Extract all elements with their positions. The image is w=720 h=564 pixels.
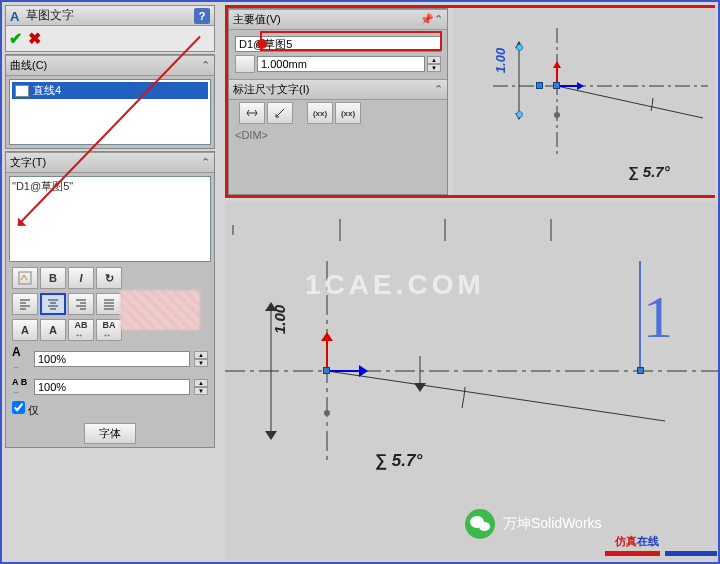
text-input[interactable]: "D1@草图5" [9,176,211,262]
bold-button[interactable]: B [40,267,66,289]
ok-button[interactable]: ✔ [9,29,22,48]
callout-dot [257,39,267,49]
highlight-d1-box [260,31,442,51]
panel-title: 草图文字 [26,7,194,24]
brand-bar [665,551,717,556]
align-left-button[interactable] [12,293,38,315]
brand-logo: 仿真在线 [615,531,659,549]
collapse-icon[interactable]: ⌃ [434,83,443,96]
svg-line-3 [557,86,703,118]
flip-h-button[interactable]: A [40,319,66,341]
origin-handle[interactable] [553,82,560,89]
dim-handle[interactable] [516,44,523,51]
checkbox-label: 仅 [28,404,39,416]
sketch-text-icon: A [10,9,26,23]
brand-bar [605,551,660,556]
dim-placeholder-text: <DIM> [235,129,441,141]
use-doc-font-checkbox[interactable] [12,401,25,414]
text-header: 文字(T) [10,155,201,170]
curve-item-label: 直线4 [33,83,61,98]
align-right-button[interactable] [68,293,94,315]
collapse-icon[interactable]: ⌃ [201,156,210,169]
main-value-header: 主要值(V) [233,12,420,27]
point [554,112,560,118]
spacing-percent-input[interactable] [34,379,190,395]
italic-button[interactable]: I [68,267,94,289]
paren2-button[interactable]: (xx) [335,102,361,124]
dimension-value-input[interactable] [257,56,425,72]
origin-handle[interactable] [323,367,330,374]
point [324,410,330,416]
spinner[interactable]: ▲▼ [427,56,441,72]
dim-text-header: 标注尺寸文字(I) [233,82,434,97]
style-button[interactable] [12,267,38,289]
spacing-ab-icon: A B↔ [12,377,30,397]
dim-style2-button[interactable] [267,102,293,124]
curves-listbox[interactable]: 直线4 [9,79,211,145]
width-ab-button[interactable]: AB↔ [68,319,94,341]
height-a-icon: A↔ [12,345,30,373]
dim-style1-button[interactable] [239,102,265,124]
rotate-button[interactable]: ↻ [96,267,122,289]
wechat-icon [465,509,495,539]
flip-v-button[interactable]: A [12,319,38,341]
dim-handle[interactable] [516,111,523,118]
collapse-icon[interactable]: ⌃ [201,59,210,72]
pin-icon[interactable]: 📌 [420,13,434,26]
sketch-text-glyph: 1 [643,283,673,352]
align-justify-button[interactable] [96,293,122,315]
paren1-button[interactable]: (xx) [307,102,333,124]
line-icon [15,85,29,97]
angle-value: ∑ 5.7° [375,451,422,471]
brand-blue: 在线 [637,535,659,547]
svg-line-13 [327,371,665,421]
spinner[interactable]: ▲▼ [194,351,208,367]
spinner[interactable]: ▲▼ [194,379,208,395]
svg-rect-0 [19,272,31,284]
angle-value: ∑ 5.7° [628,163,670,180]
wechat-label: 万坤SolidWorks [503,515,602,533]
cancel-button[interactable]: ✖ [28,29,41,48]
width-ba-button[interactable]: BA↔ [96,319,122,341]
font-button[interactable]: 字体 [84,423,136,444]
help-icon[interactable]: ? [194,8,210,24]
list-item[interactable]: 直线4 [12,82,208,99]
endpoint-handle[interactable] [637,367,644,374]
pixelated-region [120,290,200,330]
link-dim-button[interactable] [235,55,255,73]
align-center-button[interactable] [40,293,66,315]
watermark-text: 1CAE.COM [305,269,485,301]
dimension-value: 1.00 [493,48,508,73]
text-value: "D1@草图5" [12,180,73,192]
brand-red: 仿真 [615,535,637,547]
height-percent-input[interactable] [34,351,190,367]
collapse-icon[interactable]: ⌃ [434,13,443,26]
dimension-value: 1.00 [271,305,288,334]
point-handle[interactable] [536,82,543,89]
